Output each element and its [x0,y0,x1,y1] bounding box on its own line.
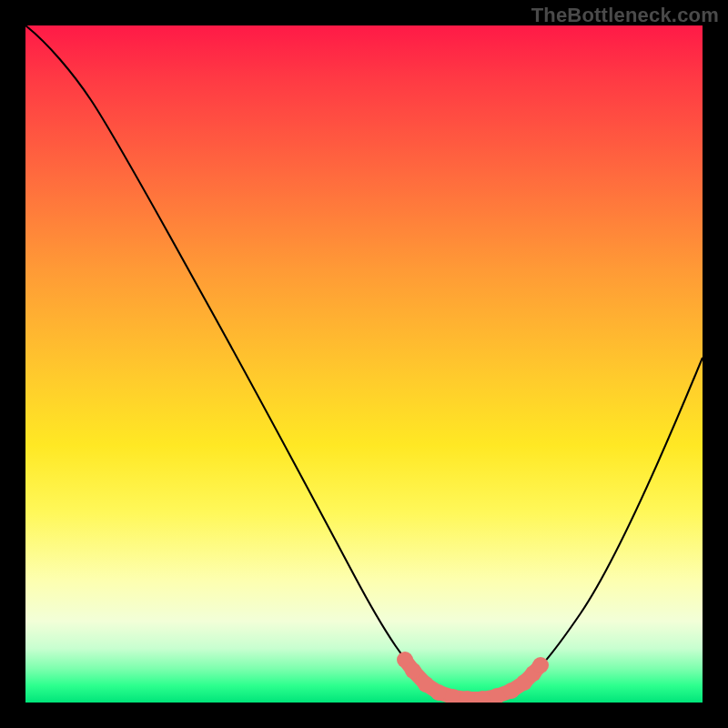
chart-markers-layer [25,25,703,703]
marker-dot [405,662,421,679]
chart-plot-area [25,25,703,703]
chart-frame [25,25,703,703]
watermark-text: TheBottleneck.com [531,4,719,27]
marker-dot [430,684,447,701]
marker-dot [532,657,549,673]
